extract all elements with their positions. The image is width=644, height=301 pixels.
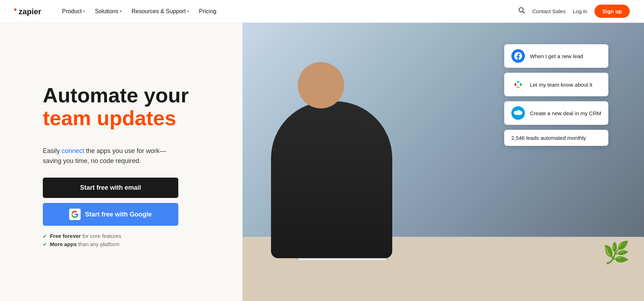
google-icon: [69, 209, 81, 220]
zapier-logo: zapier: [14, 6, 46, 16]
google-logo-icon: [71, 211, 78, 218]
features-list: ✔ Free forever for core features ✔ More …: [43, 233, 214, 247]
email-signup-button[interactable]: Start free with email: [43, 178, 178, 198]
check-icon-2: ✔: [43, 241, 47, 247]
login-link[interactable]: Log in: [573, 8, 587, 14]
svg-point-2: [519, 8, 523, 12]
nav-links: Product ▾ Solutions ▾ Resources & Suppor…: [58, 5, 518, 17]
contact-sales-link[interactable]: Contact Sales: [532, 8, 566, 14]
svg-rect-8: [517, 83, 520, 86]
svg-rect-0: [14, 9, 16, 11]
svg-line-3: [523, 12, 525, 14]
logo-link[interactable]: zapier: [14, 6, 46, 16]
search-button[interactable]: [518, 7, 525, 16]
person-head: [298, 62, 344, 108]
person-body: [271, 101, 392, 258]
nav-resources[interactable]: Resources & Support ▾: [127, 5, 193, 17]
hero-title: Automate your team updates: [43, 84, 214, 129]
facebook-icon: [511, 49, 525, 63]
nav-product[interactable]: Product ▾: [58, 5, 89, 17]
connect-link[interactable]: connect: [62, 147, 84, 154]
plant-decoration: 🌿: [603, 240, 630, 265]
chevron-down-icon: ▾: [120, 9, 122, 13]
chevron-down-icon: ▾: [83, 9, 85, 13]
check-icon-1: ✔: [43, 233, 47, 239]
chevron-down-icon: ▾: [187, 9, 189, 13]
svg-rect-7: [517, 86, 520, 88]
salesforce-icon: [511, 106, 525, 120]
nav-pricing[interactable]: Pricing: [195, 5, 221, 17]
nav-right: Contact Sales Log in Sign up: [518, 5, 630, 18]
right-inner: 🌿 When I get a new lead: [242, 23, 644, 301]
right-panel: 🌿 When I get a new lead: [242, 23, 644, 301]
left-panel: Automate your team updates Easily connec…: [0, 23, 242, 301]
automation-cards: When I get a new lead Let my team know a…: [504, 44, 608, 146]
search-icon: [518, 7, 525, 14]
slack-icon: [511, 78, 525, 91]
main-layout: Automate your team updates Easily connec…: [0, 23, 644, 301]
navbar: zapier Product ▾ Solutions ▾ Resources &…: [0, 0, 644, 23]
svg-rect-6: [520, 83, 522, 86]
nav-solutions[interactable]: Solutions ▾: [91, 5, 126, 17]
feature-item-1: ✔ Free forever for core features: [43, 233, 214, 239]
signup-button[interactable]: Sign up: [594, 5, 630, 18]
google-signup-button[interactable]: Start free with Google: [43, 203, 178, 226]
stat-card: 2,546 leads automated monthly: [504, 130, 608, 146]
automation-card-slack: Let my team know about it: [504, 73, 608, 96]
automation-card-facebook: When I get a new lead: [504, 44, 608, 68]
svg-rect-5: [517, 81, 520, 83]
feature-item-2: ✔ More apps than any platform: [43, 241, 214, 247]
hero-description: Easily connect the apps you use for work…: [43, 146, 178, 166]
automation-card-salesforce: Create a new deal in my CRM: [504, 101, 608, 125]
svg-text:zapier: zapier: [19, 7, 41, 16]
svg-rect-4: [515, 83, 516, 86]
